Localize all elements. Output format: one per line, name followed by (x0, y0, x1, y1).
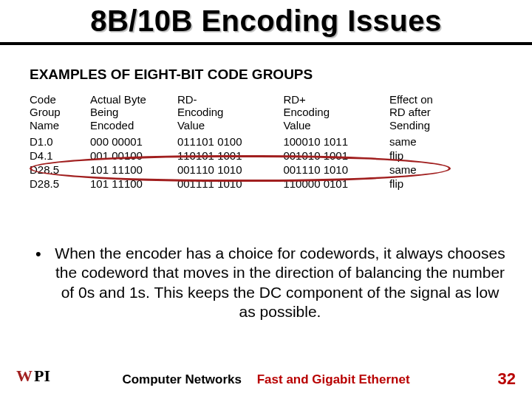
slide-title: 8B/10B Encoding Issues (0, 4, 532, 38)
cell-rdp: 001110 1010 (283, 163, 389, 177)
bullet-text: When the encoder has a choice for codewo… (35, 244, 508, 321)
footer-subtopic: Fast and Gigabit Ethernet (257, 372, 410, 386)
th-rdm: RD-EncodingValue (177, 93, 284, 134)
code-groups-table: CodeGroupName Actual ByteBeingEncoded RD… (30, 93, 480, 191)
bullet-text-block: When the encoder has a choice for codewo… (35, 244, 508, 321)
cell-rdp: 100010 1011 (283, 134, 389, 149)
th-effect: Effect onRD afterSending (389, 93, 480, 134)
cell-rdp: 110000 0101 (283, 177, 389, 191)
cell-byte: 001 00100 (90, 149, 177, 163)
cell-effect: flip (389, 177, 480, 191)
cell-byte: 101 11100 (90, 177, 177, 191)
cell-effect: same (389, 134, 480, 149)
table-row: D4.1 001 00100 110101 1001 001010 1001 f… (30, 149, 480, 163)
page-number: 32 (498, 369, 516, 389)
cell-rdm: 001111 1010 (177, 177, 284, 191)
table-row: D28.5 101 11100 001110 1010 001110 1010 … (30, 163, 480, 177)
cell-byte: 101 11100 (90, 163, 177, 177)
table-header-row: CodeGroupName Actual ByteBeingEncoded RD… (30, 93, 480, 134)
cell-name: D28.5 (30, 177, 90, 191)
footer-topic: Computer Networks (122, 372, 242, 386)
code-table-section: EXAMPLES OF EIGHT-BIT CODE GROUPS CodeGr… (30, 66, 502, 191)
table-row: D28.5 101 11100 001111 1010 110000 0101 … (30, 177, 480, 191)
section-heading: EXAMPLES OF EIGHT-BIT CODE GROUPS (30, 66, 502, 83)
cell-name: D4.1 (30, 149, 90, 163)
title-area: 8B/10B Encoding Issues (0, 0, 532, 39)
cell-effect: flip (389, 149, 480, 163)
cell-byte: 000 00001 (90, 134, 177, 149)
cell-rdm: 110101 1001 (177, 149, 284, 163)
cell-rdm: 011101 0100 (177, 134, 284, 149)
slide: 8B/10B Encoding Issues EXAMPLES OF EIGHT… (0, 0, 532, 399)
th-name: CodeGroupName (30, 93, 90, 134)
cell-effect: same (389, 163, 480, 177)
cell-rdm: 001110 1010 (177, 163, 284, 177)
cell-name: D28.5 (30, 163, 90, 177)
th-byte: Actual ByteBeingEncoded (90, 93, 177, 134)
title-underline (0, 42, 532, 45)
cell-name: D1.0 (30, 134, 90, 149)
footer-center: Computer Networks Fast and Gigabit Ether… (0, 372, 532, 387)
th-rdp: RD+EncodingValue (283, 93, 389, 134)
slide-footer: W PI Computer Networks Fast and Gigabit … (0, 368, 532, 389)
cell-rdp: 001010 1001 (283, 149, 389, 163)
table-row: D1.0 000 00001 011101 0100 100010 1011 s… (30, 134, 480, 149)
